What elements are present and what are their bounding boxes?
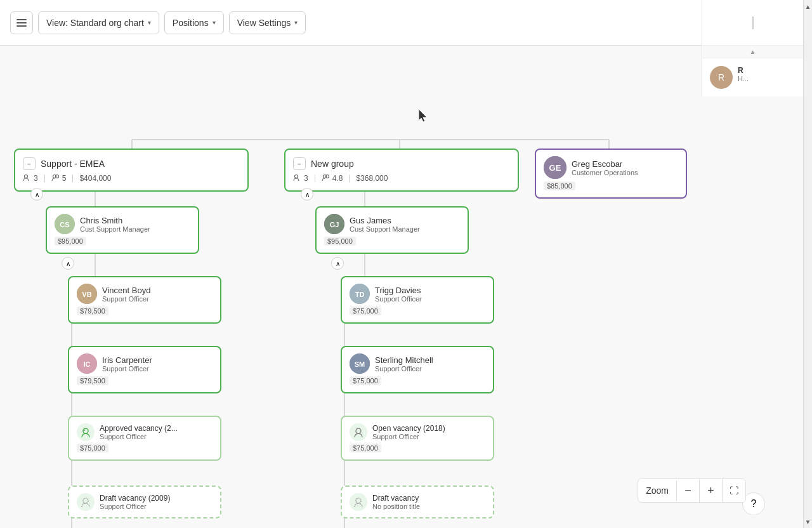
person-role-vincent-boyd: Support Officer xyxy=(102,295,150,303)
svg-text:GJ: GJ xyxy=(330,221,339,228)
group-card-new-group[interactable]: − New group 3 4.8 $368,000 xyxy=(284,148,519,192)
zoom-area: Zoom − + ⛶ ? xyxy=(737,492,765,515)
sidebar-toggle-button[interactable] xyxy=(10,11,33,34)
emea-budget: $404,000 xyxy=(79,174,111,183)
emea-members: 3 xyxy=(34,174,38,183)
svg-rect-0 xyxy=(16,19,27,20)
expand-toggle-new-group[interactable]: ∧ xyxy=(301,188,313,201)
vacancy-title-approved: Approved vacancy (2... xyxy=(100,424,178,433)
person-role-iris-carpenter: Support Officer xyxy=(102,365,152,373)
person-card-gus-james[interactable]: GJ Gus James Cust Support Manager $95,00… xyxy=(315,206,469,254)
toolbar: View: Standard org chart ▾ Positions ▾ V… xyxy=(0,0,812,46)
vacancy-role-open: Support Officer xyxy=(372,433,445,440)
person-salary-vincent-boyd: $79,500 xyxy=(77,307,108,315)
person-salary-chris-smith: $95,000 xyxy=(55,237,86,246)
group-stats-new-group: 3 4.8 $368,000 xyxy=(293,174,510,183)
positions-dropdown-button[interactable]: Positions ▾ xyxy=(164,11,224,34)
vacancy-card-draft-2009[interactable]: Draft vacancy (2009) Support Officer xyxy=(68,485,221,518)
person-role-chris-smith: Cust Support Manager xyxy=(80,225,150,233)
person-name-gus-james: Gus James xyxy=(350,216,420,225)
svg-text:CS: CS xyxy=(60,221,69,228)
svg-point-44 xyxy=(83,428,88,433)
person-card-greg-escobar[interactable]: GE Greg Escobar Customer Operations $85,… xyxy=(535,148,687,199)
vacancy-icon-approved xyxy=(77,423,95,441)
new-group-budget: $368,000 xyxy=(356,174,388,183)
vacancy-card-approved[interactable]: Approved vacancy (2... Support Officer $… xyxy=(68,416,221,461)
vacancy-title-open: Open vacancy (2018) xyxy=(372,424,445,433)
svg-rect-2 xyxy=(16,25,27,27)
zoom-in-button[interactable]: + xyxy=(700,479,723,502)
vacancy-card-open[interactable]: Open vacancy (2018) Support Officer $75,… xyxy=(341,416,494,461)
vacancy-role-approved: Support Officer xyxy=(100,433,178,440)
person-name-greg-escobar: Greg Escobar xyxy=(572,159,638,169)
vacancy-title-draft-no-title: Draft vacancy xyxy=(372,494,420,503)
positions-chevron-icon: ▾ xyxy=(213,19,216,26)
right-panel-card: R R H... xyxy=(702,58,803,96)
org-chart-canvas: − Support - EMEA 3 5 $404,000 ∧ − New gr… xyxy=(0,46,803,528)
svg-rect-1 xyxy=(16,22,27,23)
svg-point-46 xyxy=(356,428,361,433)
person-card-trigg-davies[interactable]: TD Trigg Davies Support Officer $75,000 xyxy=(341,276,494,324)
person-name-vincent-boyd: Vincent Boyd xyxy=(102,286,150,295)
vacancy-salary-approved: $75,000 xyxy=(77,444,108,452)
expand-toggle-chris[interactable]: ∧ xyxy=(62,257,74,270)
person-name-chris-smith: Chris Smith xyxy=(80,216,150,225)
avatar: R xyxy=(710,66,733,89)
positions-label: Positions xyxy=(173,18,209,28)
expand-toggle-emea[interactable]: ∧ xyxy=(30,188,43,201)
zoom-out-button[interactable]: − xyxy=(677,479,700,502)
group-title-new-group: New group xyxy=(311,159,354,169)
group-title-emea: Support - EMEA xyxy=(41,159,105,169)
person-card-chris-smith[interactable]: CS Chris Smith Cust Support Manager $95,… xyxy=(46,206,199,254)
person-role-trigg-davies: Support Officer xyxy=(375,295,422,303)
person-name-iris-carpenter: Iris Carpenter xyxy=(102,355,152,365)
expand-toggle-gus[interactable]: ∧ xyxy=(331,257,344,270)
zoom-label: Zoom xyxy=(638,480,677,501)
svg-point-47 xyxy=(83,498,88,503)
svg-text:TD: TD xyxy=(355,291,365,298)
view-settings-chevron-icon: ▾ xyxy=(294,19,298,26)
svg-point-48 xyxy=(356,498,361,503)
person-card-iris-carpenter[interactable]: IC Iris Carpenter Support Officer $79,50… xyxy=(68,346,221,393)
vacancy-role-draft-2009: Support Officer xyxy=(100,503,170,510)
person-salary-gus-james: $95,000 xyxy=(324,237,356,246)
new-group-rating: 4.8 xyxy=(332,174,343,183)
svg-point-24 xyxy=(25,175,28,178)
group-stats-emea: 3 5 $404,000 xyxy=(23,174,240,183)
zoom-controls: Zoom − + ⛶ xyxy=(638,478,746,503)
person-salary-iris-carpenter: $79,500 xyxy=(77,376,108,385)
vacancy-role-draft-no-title: No position title xyxy=(372,503,420,510)
right-scrollbar[interactable]: ▲ ▼ xyxy=(803,0,812,528)
person-card-vincent-boyd[interactable]: VB Vincent Boyd Support Officer $79,500 xyxy=(68,276,221,324)
cursor-indicator xyxy=(419,109,430,126)
person-role-greg-escobar: Customer Operations xyxy=(572,169,638,176)
person-name-trigg-davies: Trigg Davies xyxy=(375,286,422,295)
svg-text:GE: GE xyxy=(549,163,561,173)
person-salary-sterling-mitchell: $75,000 xyxy=(350,376,381,385)
vacancy-icon-draft-2009 xyxy=(77,493,95,511)
collapse-button-emea[interactable]: − xyxy=(23,157,36,170)
avatar-trigg-davies: TD xyxy=(350,284,370,304)
new-group-members: 3 xyxy=(304,174,308,183)
vacancy-card-draft-no-title[interactable]: Draft vacancy No position title xyxy=(341,485,494,518)
view-dropdown-button[interactable]: View: Standard org chart ▾ xyxy=(38,11,159,34)
view-settings-label: View Settings xyxy=(237,18,291,28)
avatar-iris-carpenter: IC xyxy=(77,353,97,374)
person-role-sterling-mitchell: Support Officer xyxy=(375,365,433,373)
scroll-up-arrow[interactable]: ▲ xyxy=(804,0,813,13)
view-settings-dropdown-button[interactable]: View Settings ▾ xyxy=(229,11,306,34)
collapse-button-new-group[interactable]: − xyxy=(293,157,306,170)
vacancy-icon-open xyxy=(350,423,367,441)
right-panel: ▲ R R H... xyxy=(702,0,803,96)
person-card-sterling-mitchell[interactable]: SM Sterling Mitchell Support Officer $75… xyxy=(341,346,494,393)
vacancy-salary-open: $75,000 xyxy=(350,444,381,452)
avatar-sterling-mitchell: SM xyxy=(350,353,370,374)
vacancy-icon-draft-no-title xyxy=(350,493,367,511)
person-role-gus-james: Cust Support Manager xyxy=(350,225,420,233)
zoom-fullscreen-button[interactable]: ⛶ xyxy=(723,479,745,502)
group-card-support-emea[interactable]: − Support - EMEA 3 5 $404,000 xyxy=(14,148,249,192)
person-salary-trigg-davies: $75,000 xyxy=(350,307,381,315)
avatar-vincent-boyd: VB xyxy=(77,284,97,304)
scroll-down-arrow[interactable]: ▼ xyxy=(804,515,813,528)
emea-rating: 5 xyxy=(62,174,67,183)
